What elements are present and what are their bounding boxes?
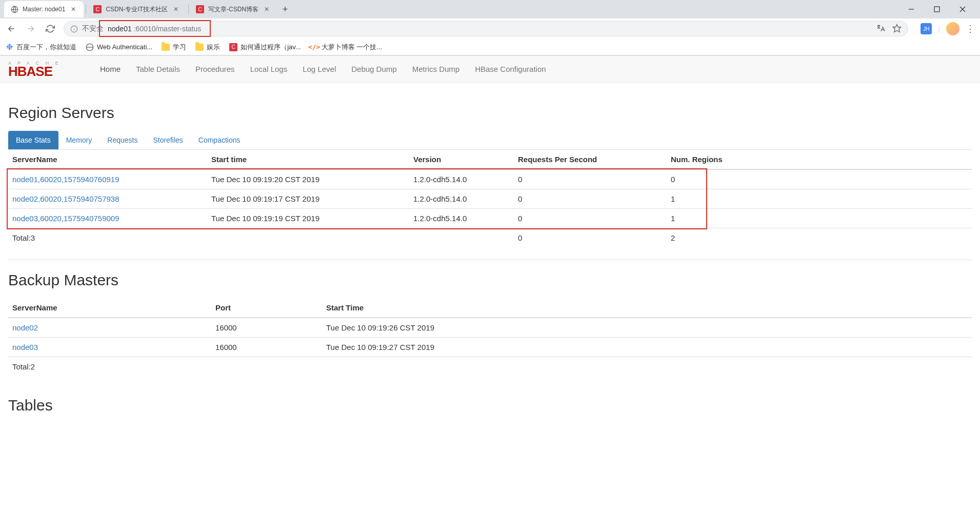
tab-separator: [188, 4, 189, 14]
close-window-button[interactable]: [954, 2, 971, 16]
reload-button[interactable]: [44, 23, 56, 35]
mobile-icon: [86, 43, 94, 51]
region-servers-tabs: Base Stats Memory Requests Storefiles Co…: [8, 131, 972, 150]
maximize-button[interactable]: [929, 2, 945, 16]
cell-start: Tue Dec 10 09:19:17 CST 2019: [207, 189, 409, 209]
tab-title: 写文章-CSDN博客: [208, 5, 258, 14]
tab-storefiles[interactable]: Storefiles: [145, 131, 190, 149]
translate-icon[interactable]: [876, 24, 885, 34]
bookmark-item-4[interactable]: C 如何通过程序（jav...: [229, 43, 301, 52]
chrome-menu-icon[interactable]: ⋮: [966, 23, 975, 34]
nav-log-level[interactable]: Log Level: [295, 56, 344, 82]
svg-text:HBASE: HBASE: [8, 64, 53, 77]
server-link[interactable]: node02: [12, 323, 38, 332]
extension-badge[interactable]: JH: [921, 23, 932, 34]
browser-chrome: Master: node01 ✕ C CSDN-专业IT技术社区 ✕ C 写文章…: [0, 0, 980, 56]
server-link[interactable]: node03: [12, 343, 38, 351]
url-text: node01:60010/master-status: [108, 25, 201, 33]
bookmark-label: 百度一下，你就知道: [16, 43, 76, 52]
th-bm-servername: ServerName: [8, 298, 211, 318]
cell-version: 1.2.0-cdh5.14.0: [409, 189, 514, 209]
table-row: node03,60020,1575940759009 Tue Dec 10 09…: [8, 209, 972, 228]
th-bm-port: Port: [211, 298, 322, 318]
cell-version: 1.2.0-cdh5.14.0: [409, 209, 514, 228]
bookmark-item-3[interactable]: 娱乐: [195, 43, 220, 52]
globe-icon: [10, 5, 18, 13]
total-rps: 0: [514, 228, 667, 248]
csdn-icon: C: [196, 5, 204, 13]
csdn-icon: C: [229, 43, 237, 51]
forward-button[interactable]: [25, 23, 37, 35]
total-row: Total:3 0 2: [8, 228, 972, 248]
bookmark-label: 娱乐: [207, 43, 220, 52]
tab-title: CSDN-专业IT技术社区: [106, 5, 168, 14]
th-regions: Num. Regions: [667, 150, 972, 169]
minimize-button[interactable]: [903, 2, 919, 16]
nav-hbase-config[interactable]: HBase Configuration: [467, 56, 553, 82]
backup-masters-heading: Backup Masters: [8, 271, 972, 289]
bookmark-item-5[interactable]: </> 大萝卜博客 一个技...: [310, 43, 382, 52]
table-row: node02,60020,1575940757938 Tue Dec 10 09…: [8, 189, 972, 209]
browser-tab-2[interactable]: C 写文章-CSDN博客 ✕: [190, 1, 277, 17]
cell-regions: 1: [667, 189, 972, 209]
code-icon: </>: [310, 43, 318, 51]
close-icon[interactable]: ✕: [69, 5, 77, 13]
cell-regions: 0: [667, 169, 972, 189]
bookmark-item-1[interactable]: Web Authenticati...: [86, 43, 152, 51]
browser-tab-1[interactable]: C CSDN-专业IT技术社区 ✕: [87, 1, 186, 17]
url-host: node01: [108, 25, 132, 33]
info-icon: [70, 25, 78, 33]
svg-marker-8: [893, 24, 901, 32]
tab-bar: Master: node01 ✕ C CSDN-专业IT技术社区 ✕ C 写文章…: [0, 0, 980, 18]
bookmark-label: 如何通过程序（jav...: [241, 43, 301, 52]
region-servers-table: ServerName Start time Version Requests P…: [8, 150, 972, 247]
nav-metrics-dump[interactable]: Metrics Dump: [405, 56, 468, 82]
th-servername: ServerName: [8, 150, 207, 169]
hbase-navbar: A P A C H E HBASE Home Table Details Pro…: [0, 56, 980, 83]
csdn-icon: C: [93, 5, 102, 13]
tab-compactions[interactable]: Compactions: [191, 131, 248, 149]
th-rps: Requests Per Second: [514, 150, 667, 169]
cell-start: Tue Dec 10 09:19:19 CST 2019: [207, 209, 409, 228]
new-tab-button[interactable]: +: [278, 2, 292, 16]
total-label: Total:2: [8, 357, 211, 377]
security-label: 不安全: [82, 24, 104, 33]
server-link[interactable]: node02,60020,1575940757938: [12, 194, 119, 203]
separator: |: [938, 25, 940, 33]
cell-rps: 0: [514, 189, 667, 209]
close-icon[interactable]: ✕: [263, 5, 271, 13]
tab-separator: [86, 4, 86, 14]
server-link[interactable]: node03,60020,1575940759009: [12, 214, 119, 223]
th-starttime: Start time: [207, 150, 409, 169]
profile-avatar[interactable]: [946, 22, 959, 35]
back-button[interactable]: [5, 23, 17, 35]
hbase-nav-items: Home Table Details Procedures Local Logs…: [92, 56, 554, 82]
nav-debug-dump[interactable]: Debug Dump: [344, 56, 404, 82]
tab-requests[interactable]: Requests: [99, 131, 145, 149]
browser-tab-0[interactable]: Master: node01 ✕: [4, 1, 84, 17]
bookmark-item-2[interactable]: 学习: [162, 43, 186, 52]
nav-local-logs[interactable]: Local Logs: [243, 56, 295, 82]
nav-home[interactable]: Home: [92, 56, 128, 82]
nav-procedures[interactable]: Procedures: [188, 56, 243, 82]
total-label: Total:3: [8, 228, 207, 248]
cell-rps: 0: [514, 209, 667, 228]
tab-base-stats[interactable]: Base Stats: [8, 131, 58, 149]
section-divider: [8, 260, 972, 260]
server-link[interactable]: node01,60020,1575940760919: [12, 175, 119, 184]
cell-port: 16000: [211, 338, 322, 357]
bookmark-item-0[interactable]: ❉ 百度一下，你就知道: [5, 43, 76, 52]
nav-table-details[interactable]: Table Details: [128, 56, 188, 82]
address-bar[interactable]: 不安全 node01:60010/master-status: [64, 21, 908, 36]
th-bm-start: Start Time: [322, 298, 972, 318]
cell-start: Tue Dec 10 09:19:27 CST 2019: [322, 338, 972, 357]
tab-title: Master: node01: [23, 6, 65, 13]
bookmarks-bar: ❉ 百度一下，你就知道 Web Authenticati... 学习 娱乐 C …: [0, 39, 980, 55]
tab-memory[interactable]: Memory: [58, 131, 100, 149]
folder-icon: [162, 43, 170, 51]
cell-port: 16000: [211, 318, 322, 338]
bookmark-star-icon[interactable]: [892, 24, 902, 34]
hbase-logo[interactable]: A P A C H E HBASE: [8, 60, 80, 79]
cell-regions: 1: [667, 209, 972, 228]
close-icon[interactable]: ✕: [172, 5, 180, 13]
